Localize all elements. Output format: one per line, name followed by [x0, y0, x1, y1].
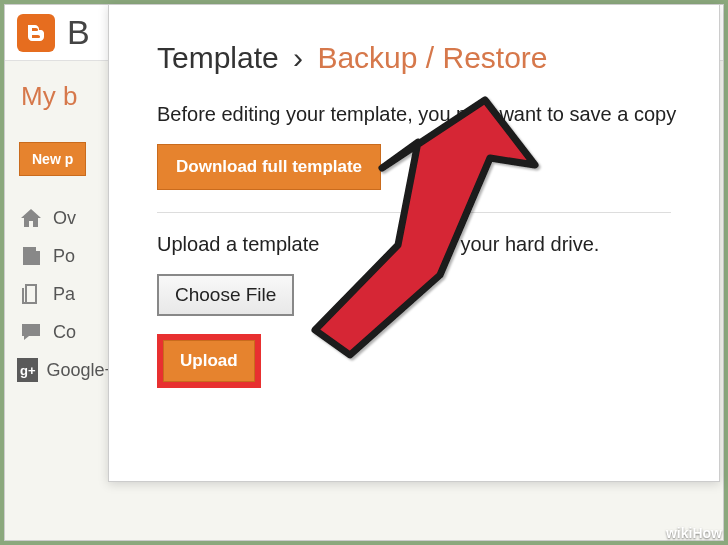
home-icon: [17, 206, 45, 230]
download-full-template-button[interactable]: Download full template: [157, 144, 381, 190]
blogger-title-letter: B: [67, 13, 90, 52]
breadcrumb-backup-restore: Backup / Restore: [317, 41, 547, 74]
nav-posts-label: Po: [53, 246, 75, 267]
sidebar: My b New p Ov Po Pa: [5, 61, 125, 416]
my-blogs-heading: My b: [15, 81, 115, 112]
pages-icon: [17, 282, 45, 306]
choose-file-button[interactable]: Choose File: [157, 274, 294, 316]
nav-overview-label: Ov: [53, 208, 76, 229]
comments-icon: [17, 320, 45, 344]
google-plus-icon: g+: [17, 358, 38, 382]
save-copy-text: Before editing your template, you may wa…: [157, 103, 671, 126]
new-post-button[interactable]: New p: [19, 142, 86, 176]
nav-pages[interactable]: Pa: [17, 282, 115, 306]
upload-highlight: Upload: [157, 334, 261, 388]
upload-button[interactable]: Upload: [163, 340, 255, 382]
nav-overview[interactable]: Ov: [17, 206, 115, 230]
breadcrumb-template[interactable]: Template: [157, 41, 279, 74]
blogger-icon: [24, 21, 48, 45]
nav-pages-label: Pa: [53, 284, 75, 305]
backup-restore-modal: Template › Backup / Restore Before editi…: [108, 4, 720, 482]
blogger-logo[interactable]: [17, 14, 55, 52]
posts-icon: [17, 244, 45, 268]
divider: [157, 212, 671, 213]
nav-google-plus[interactable]: g+ Google+: [17, 358, 115, 382]
nav-posts[interactable]: Po: [17, 244, 115, 268]
breadcrumb-separator: ›: [293, 41, 303, 74]
upload-text: Upload a template your hard drive.: [157, 233, 671, 256]
nav-google-plus-label: Google+: [46, 360, 115, 381]
breadcrumb: Template › Backup / Restore: [157, 41, 671, 75]
nav-comments-label: Co: [53, 322, 76, 343]
wikihow-watermark: wikiHow: [666, 525, 722, 541]
nav-comments[interactable]: Co: [17, 320, 115, 344]
